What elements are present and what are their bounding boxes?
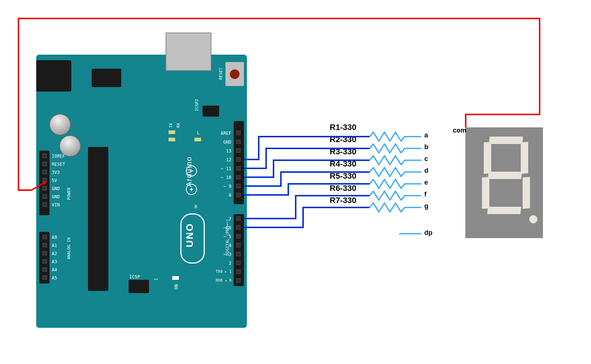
pin-8: 8 — [229, 193, 231, 198]
seg-b-label: b — [424, 143, 428, 151]
tx-led — [169, 130, 175, 134]
on-led — [172, 276, 179, 280]
segment-c — [523, 177, 530, 209]
seg-a-label: a — [424, 131, 428, 139]
pin-vin: VIN — [52, 202, 60, 207]
icsp-label: ICSP — [129, 274, 140, 279]
pin-12: 12 — [226, 157, 231, 162]
pin-a0: A0 — [52, 235, 57, 240]
reset-label: RESET — [218, 68, 223, 80]
icsp2-header — [203, 106, 219, 117]
tm-label: TM — [194, 205, 198, 209]
usb-port — [166, 32, 211, 71]
seg-d-label: d — [424, 167, 428, 175]
analog-section-label: ANALOG IN — [67, 237, 71, 260]
segment-g — [488, 172, 522, 179]
tx-label: TX — [169, 123, 173, 128]
resistor-r2-label: R2-330 — [330, 135, 356, 144]
l-label: L — [197, 130, 200, 135]
seg-f-label: f — [424, 190, 427, 198]
resistor-r1 — [370, 132, 421, 141]
pin-a1: A1 — [52, 243, 57, 248]
segment-f — [484, 142, 491, 174]
segment-d — [487, 207, 521, 214]
seg-g-label: g — [424, 202, 428, 210]
minus-icon: − — [186, 165, 197, 176]
pin-5v: 5V — [52, 178, 57, 183]
pin-a3: A3 — [52, 259, 57, 264]
segment-dp — [529, 215, 537, 223]
pin-2: 2 — [229, 261, 231, 266]
pin-1: TX0 ▸ 1 — [216, 269, 231, 274]
pin-a4: A4 — [52, 267, 57, 272]
wire-d6 — [244, 207, 370, 227]
pin-gnd-r: GND — [223, 140, 231, 145]
seg-com-label: com — [453, 127, 466, 134]
seg-dp-label: dp — [424, 229, 432, 237]
arduino-uno-board: RESET ICSP2 ICSP TX RX L IOREF RESET 3V3… — [36, 55, 247, 328]
segment-a — [489, 137, 523, 144]
power-jack — [36, 60, 71, 92]
pin-gnd1: GND — [52, 186, 60, 191]
resistor-r7-label: R7-330 — [330, 196, 356, 205]
capacitor-1 — [49, 114, 71, 135]
pin-3v3: 3V3 — [52, 170, 60, 175]
l-led — [194, 138, 201, 141]
atmega-chip — [88, 147, 108, 291]
reset-button-cap — [230, 69, 240, 79]
pin-a2: A2 — [52, 251, 57, 256]
on-label: ON — [174, 284, 179, 289]
pin-reset: RESET — [52, 162, 65, 167]
icsp-header — [129, 280, 149, 293]
seven-seg-digit — [484, 137, 528, 214]
segment-e — [482, 177, 489, 209]
voltage-regulator — [92, 69, 121, 87]
rx-label: RX — [176, 123, 181, 128]
plus-icon: + — [186, 184, 197, 195]
pin-gnd2: GND — [52, 194, 60, 199]
reset-button[interactable] — [225, 62, 244, 86]
one-label: 1 — [153, 278, 159, 281]
resistor-r1-label: R1-330 — [330, 123, 356, 132]
wiring-diagram: RESET ICSP2 ICSP TX RX L IOREF RESET 3V3… — [0, 0, 591, 364]
pin-ioref: IOREF — [52, 154, 65, 159]
seg-c-label: c — [424, 155, 428, 163]
resistor-r5-label: R5-330 — [330, 171, 356, 181]
resistor-r4-label: R4-330 — [330, 159, 356, 169]
digital-section-label: DIGITAL (PWM=~) — [225, 219, 230, 255]
icsp2-label: ICSP2 — [194, 99, 199, 111]
rx-led — [169, 138, 175, 141]
resistor-r3-label: R3-330 — [330, 147, 356, 157]
resistor-r4 — [370, 168, 421, 176]
resistor-r6 — [370, 191, 421, 200]
seven-segment-display — [465, 127, 543, 238]
pin-aref: AREF — [221, 131, 231, 136]
resistor-r6-label: R6-330 — [330, 183, 356, 193]
resistor-r7 — [370, 203, 421, 212]
resistor-r3 — [370, 156, 421, 165]
power-section-label: POWER — [67, 188, 71, 200]
resistor-r5 — [370, 179, 421, 188]
pin-a5: A5 — [52, 275, 57, 281]
pin-0: RX0 ◂ 0 — [216, 278, 231, 282]
pin-9: ~ 9 — [223, 184, 231, 189]
segment-b — [521, 142, 528, 174]
pin-13: 13 — [226, 148, 231, 154]
pin-11: ~ 11 — [221, 166, 231, 171]
pin-10: ~ 10 — [221, 175, 231, 180]
resistor-r2 — [370, 144, 421, 153]
seg-e-label: e — [424, 179, 428, 186]
uno-model: UNO — [184, 223, 196, 247]
